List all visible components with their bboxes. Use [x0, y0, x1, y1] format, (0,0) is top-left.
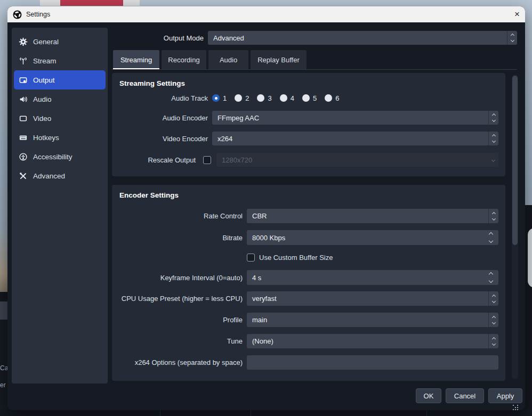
radio-label: 5 — [313, 94, 317, 102]
sidebar-item-label: General — [33, 38, 59, 46]
tune-select[interactable]: (None) — [247, 334, 498, 348]
tabs-divider — [112, 69, 517, 70]
audio-encoder-value: FFmpeg AAC — [212, 111, 488, 125]
ok-button[interactable]: OK — [416, 388, 441, 403]
settings-dialog: Settings × General — [7, 6, 525, 410]
obs-logo-icon — [13, 10, 22, 19]
sidebar-item-general[interactable]: General — [14, 32, 106, 51]
tune-label: Tune — [118, 337, 243, 345]
sidebar-item-output[interactable]: Output — [14, 70, 106, 89]
profile-select[interactable]: main — [247, 313, 498, 327]
audio-track-radio-3[interactable]: 3 — [257, 94, 271, 102]
tab-streaming[interactable]: Streaming — [113, 50, 159, 69]
tab-recording[interactable]: Recording — [162, 50, 206, 69]
tab-audio[interactable]: Audio — [208, 50, 248, 69]
output-tabs: Streaming Recording Audio Replay Buffer — [113, 50, 307, 69]
sidebar-item-label: Advanced — [33, 172, 65, 180]
speaker-icon — [19, 95, 28, 104]
close-icon[interactable]: × — [504, 9, 520, 20]
cpu-preset-select[interactable]: veryfast — [247, 291, 498, 306]
combo-spinner[interactable] — [488, 334, 498, 348]
divider — [160, 410, 160, 416]
radio-icon — [235, 94, 242, 102]
combo-spinner[interactable] — [488, 209, 498, 223]
chevron-down-icon — [491, 158, 495, 161]
sidebar-item-advanced[interactable]: Advanced — [14, 166, 106, 185]
output-icon — [19, 76, 28, 85]
custom-buffer-label: Use Custom Buffer Size — [259, 254, 333, 262]
audio-encoder-label: Audio Encoder — [118, 114, 208, 122]
cancel-button[interactable]: Cancel — [446, 388, 484, 403]
audio-track-radio-1[interactable]: 1 — [212, 94, 227, 102]
video-encoder-label: Video Encoder — [118, 135, 208, 143]
combo-spinner[interactable] — [488, 132, 498, 145]
radio-icon — [280, 94, 287, 102]
combo-spinner[interactable] — [507, 31, 517, 45]
combo-spinner[interactable] — [488, 111, 498, 125]
audio-track-radio-4[interactable]: 4 — [280, 94, 294, 102]
background-block — [0, 301, 7, 320]
audio-track-radio-group: 1 2 3 4 5 6 — [212, 93, 347, 103]
sidebar-item-video[interactable]: Video — [14, 109, 106, 128]
rescale-output-label: Rescale Output — [118, 156, 196, 164]
background-obs-window-edge: Ca er — [0, 320, 7, 416]
radio-label: 6 — [335, 94, 339, 102]
divider — [426, 410, 427, 416]
chevron-down-icon — [491, 299, 495, 303]
background-app-strip — [40, 0, 140, 6]
rescale-output-checkbox[interactable] — [203, 156, 211, 164]
sidebar-item-label: Video — [33, 115, 51, 123]
rescale-resolution-select: 1280x720 — [216, 153, 498, 167]
combo-spinner — [488, 153, 498, 167]
keyboard-icon — [19, 133, 28, 142]
spinbox-arrows[interactable] — [489, 230, 493, 245]
background-light-shape — [528, 228, 532, 288]
background-app-strip-accent — [60, 0, 123, 6]
section-title: Encoder Settings — [119, 191, 498, 199]
radio-selected-icon — [212, 94, 220, 102]
video-encoder-value: x264 — [212, 132, 488, 145]
rate-control-select[interactable]: CBR — [247, 209, 498, 223]
resize-grip[interactable] — [513, 405, 519, 410]
audio-track-radio-2[interactable]: 2 — [235, 94, 249, 102]
sidebar-item-stream[interactable]: Stream — [14, 51, 106, 70]
radio-icon — [257, 94, 264, 102]
chevron-down-icon — [491, 139, 495, 143]
dialog-titlebar[interactable]: Settings × — [7, 6, 525, 22]
keyframe-interval-spinbox[interactable]: 4 s — [247, 270, 498, 285]
audio-encoder-select[interactable]: FFmpeg AAC — [212, 111, 498, 125]
profile-value: main — [247, 313, 488, 327]
tools-icon — [19, 172, 28, 181]
x264-options-input[interactable] — [247, 355, 498, 370]
settings-sidebar: General Stream Output — [12, 28, 108, 384]
video-encoder-select[interactable]: x264 — [212, 132, 498, 145]
chevron-down-icon — [491, 118, 495, 122]
chevron-up-icon — [491, 337, 495, 340]
sidebar-item-accessibility[interactable]: Accessibility — [14, 147, 106, 166]
scrollbar-thumb[interactable] — [512, 76, 518, 245]
output-mode-select[interactable]: Advanced — [208, 31, 517, 45]
chevron-up-icon — [491, 134, 495, 138]
screen: Ca er Settings × — [0, 0, 532, 416]
section-title: Streaming Settings — [119, 79, 498, 87]
bitrate-spinbox[interactable]: 8000 Kbps — [247, 230, 498, 245]
scrollbar-track[interactable] — [512, 75, 518, 379]
tab-replay-buffer[interactable]: Replay Buffer — [251, 50, 307, 69]
chevron-up-icon — [491, 294, 495, 298]
clipped-text-fragment: er — [0, 381, 6, 389]
apply-button[interactable]: Apply — [488, 388, 522, 403]
divider — [251, 410, 251, 416]
radio-icon — [325, 94, 332, 102]
chevron-down-icon — [510, 38, 514, 42]
spinbox-arrows[interactable] — [489, 270, 493, 285]
combo-spinner[interactable] — [488, 313, 498, 327]
combo-spinner[interactable] — [488, 291, 498, 306]
chevron-down-icon — [491, 216, 495, 220]
sidebar-item-audio[interactable]: Audio — [14, 89, 106, 109]
sidebar-item-hotkeys[interactable]: Hotkeys — [14, 128, 106, 147]
audio-track-radio-6[interactable]: 6 — [325, 94, 339, 102]
radio-label: 3 — [268, 94, 271, 102]
chevron-up-icon — [491, 315, 495, 319]
audio-track-radio-5[interactable]: 5 — [302, 94, 317, 102]
custom-buffer-checkbox[interactable] — [247, 254, 255, 262]
